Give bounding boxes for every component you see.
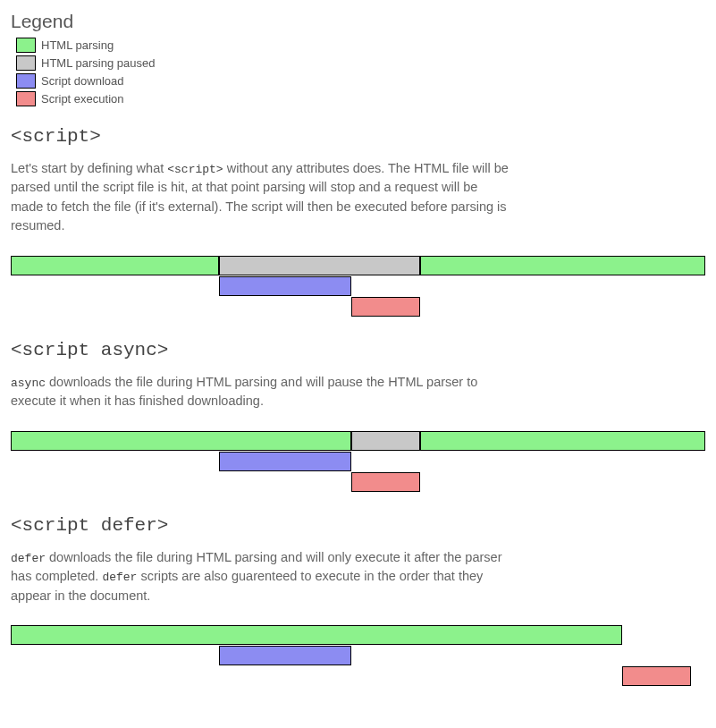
section-script-plain: <script>Let's start by defining what <sc… <box>11 126 705 320</box>
section-description: Let's start by defining what <script> wi… <box>11 159 511 236</box>
inline-code: defer <box>11 552 46 565</box>
section-description: async downloads the file during HTML par… <box>11 373 511 411</box>
bar-script-execution <box>622 666 692 686</box>
legend-label: HTML parsing paused <box>41 56 155 70</box>
bar-html-parsing-paused <box>351 431 421 451</box>
legend-item: Script download <box>11 73 705 89</box>
sections-container: <script>Let's start by defining what <sc… <box>11 126 705 690</box>
legend-swatch <box>16 55 36 71</box>
timeline <box>11 256 705 320</box>
legend-items: HTML parsingHTML parsing pausedScript do… <box>11 38 705 106</box>
legend-label: Script execution <box>41 92 124 106</box>
legend: Legend HTML parsingHTML parsing pausedSc… <box>11 11 705 106</box>
legend-swatch <box>16 73 36 89</box>
timeline <box>11 625 705 690</box>
legend-item: HTML parsing paused <box>11 55 705 71</box>
section-title: <script async> <box>11 340 705 360</box>
section-title: <script defer> <box>11 515 705 536</box>
legend-label: HTML parsing <box>41 38 114 52</box>
bar-html-parsing <box>11 431 351 451</box>
bar-html-parsing <box>11 625 622 645</box>
inline-code: <script> <box>167 163 223 176</box>
section-title: <script> <box>11 126 705 147</box>
section-script-defer: <script defer>defer downloads the file d… <box>11 515 705 690</box>
legend-item: Script execution <box>11 91 705 106</box>
bar-html-parsing-paused <box>219 256 420 275</box>
bar-script-execution <box>351 472 421 492</box>
inline-code: defer <box>102 571 137 584</box>
section-description: defer downloads the file during HTML par… <box>11 548 511 605</box>
legend-title: Legend <box>11 11 705 32</box>
legend-swatch <box>16 91 36 106</box>
legend-swatch <box>16 38 36 53</box>
bar-html-parsing <box>420 431 705 451</box>
bar-html-parsing <box>11 256 219 275</box>
legend-item: HTML parsing <box>11 38 705 53</box>
section-script-async: <script async>async downloads the file d… <box>11 340 705 495</box>
bar-html-parsing <box>420 256 705 275</box>
inline-code: async <box>11 377 46 390</box>
bar-script-download <box>219 276 351 296</box>
legend-label: Script download <box>41 74 124 88</box>
bar-script-execution <box>351 297 421 317</box>
timeline <box>11 431 705 495</box>
bar-script-download <box>219 646 351 665</box>
bar-script-download <box>219 452 351 471</box>
